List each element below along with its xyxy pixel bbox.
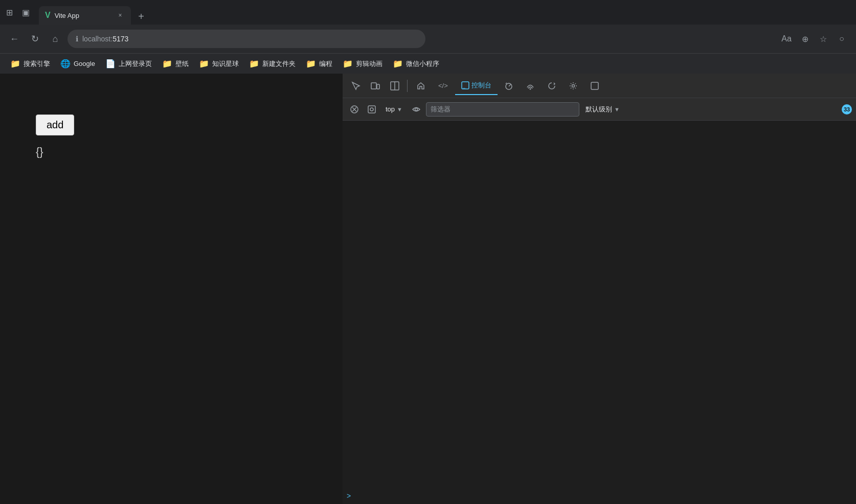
tab-performance[interactable]: [499, 77, 519, 95]
console-prompt[interactable]: >: [347, 492, 351, 500]
new-tab-button[interactable]: +: [133, 8, 149, 25]
main-area: add {}: [0, 74, 856, 504]
refresh-button[interactable]: ↻: [27, 31, 43, 47]
active-tab[interactable]: V Vite App ×: [39, 6, 131, 25]
info-icon: ℹ: [76, 35, 78, 43]
top-context-dropdown[interactable]: top ▼: [381, 103, 407, 115]
device-toggle-icon[interactable]: [366, 77, 385, 95]
bookmark-label-search: 搜索引擎: [24, 59, 50, 68]
bookmark-edit-video[interactable]: 📁 剪辑动画: [339, 57, 387, 71]
prompt-chevron-icon: >: [347, 492, 351, 500]
filter-input[interactable]: [426, 102, 579, 117]
bookmark-label-video: 剪辑动画: [356, 59, 382, 68]
folder-icon-video: 📁: [343, 59, 353, 68]
folder-icon-wechat: 📁: [393, 59, 403, 68]
tab-home[interactable]: [411, 77, 431, 95]
navigation-bar: ← ↻ ⌂ ℹ localhost:5173 Aa ⊕ ☆ ○: [0, 25, 856, 53]
url-port: 5173: [112, 35, 128, 43]
bookmark-label-coding: 编程: [319, 59, 332, 68]
vite-icon: V: [45, 11, 51, 20]
tab-label: Vite App: [55, 12, 79, 19]
address-bar[interactable]: ℹ localhost:5173: [67, 30, 425, 48]
bookmark-coding[interactable]: 📁 编程: [302, 57, 336, 71]
svg-point-10: [572, 84, 574, 87]
bookmark-label-login: 上网登录页: [119, 59, 152, 68]
level-dropdown-arrow-icon: ▼: [614, 106, 620, 112]
dropdown-arrow-icon: ▼: [397, 106, 402, 112]
badge-label: 33: [844, 106, 850, 112]
inspect-element-icon[interactable]: [347, 77, 365, 95]
message-count-badge: 33: [842, 104, 852, 114]
bookmark-label-google: Google: [74, 60, 95, 67]
bookmarks-bar: 📁 搜索引擎 🌐 Google 📄 上网登录页 📁 壁纸 📁 知识星球 📁 新建…: [0, 53, 856, 74]
tab-settings[interactable]: [563, 77, 583, 95]
tab-sources[interactable]: [542, 77, 562, 95]
bookmark-login[interactable]: 📄 上网登录页: [101, 57, 156, 71]
bookmark-zhishi[interactable]: 📁 知识星球: [195, 57, 243, 71]
svg-rect-11: [591, 82, 598, 89]
url-prefix: localhost:: [82, 35, 112, 43]
zoom-icon[interactable]: ⊕: [797, 31, 813, 47]
home-button[interactable]: ⌂: [47, 31, 63, 47]
svg-rect-1: [377, 84, 379, 89]
tab-close-button[interactable]: ×: [116, 11, 125, 20]
tab-console-label: 控制台: [471, 81, 491, 90]
svg-rect-0: [371, 83, 376, 89]
page-icon-google: 🌐: [60, 59, 71, 68]
viewport-panel: add {}: [0, 74, 343, 504]
bookmark-label-wechat: 微信小程序: [406, 59, 439, 68]
badge-icon: 33: [842, 104, 852, 114]
filter-toggle-button[interactable]: [364, 102, 379, 117]
sidebar-icon[interactable]: ▣: [20, 7, 31, 17]
star-icon[interactable]: ☆: [815, 31, 831, 47]
page-icon-login: 📄: [105, 59, 116, 68]
folder-icon-wallpaper: 📁: [162, 59, 172, 68]
folder-icon-search: 📁: [10, 59, 20, 68]
svg-point-16: [370, 108, 373, 111]
log-level-dropdown[interactable]: 默认级别 ▼: [581, 103, 624, 116]
bookmark-label-new: 新建文件夹: [262, 59, 296, 68]
top-label: top: [386, 105, 395, 113]
bookmark-new-folder[interactable]: 📁 新建文件夹: [245, 57, 300, 71]
grid-icon[interactable]: ⊞: [4, 7, 14, 17]
tab-elements[interactable]: </>: [432, 77, 454, 95]
svg-rect-15: [368, 106, 375, 113]
svg-text:_: _: [462, 83, 466, 88]
svg-line-8: [506, 83, 507, 84]
svg-point-9: [529, 88, 531, 89]
bookmark-wechat[interactable]: 📁 微信小程序: [389, 57, 443, 71]
toolbar-separator-1: [407, 80, 408, 92]
folder-icon-zhishi: 📁: [199, 59, 209, 68]
back-button[interactable]: ←: [6, 31, 22, 47]
devtools-toolbar: </> _ 控制台: [343, 74, 856, 98]
tab-network[interactable]: [520, 77, 540, 95]
font-icon[interactable]: Aa: [778, 31, 795, 47]
bookmark-search[interactable]: 📁 搜索引擎: [6, 57, 54, 71]
nav-right-icons: Aa ⊕ ☆ ○: [778, 31, 850, 47]
profile-icon[interactable]: ○: [834, 31, 850, 47]
tabs-bar: V Vite App × +: [39, 0, 149, 25]
svg-point-17: [415, 108, 417, 110]
folder-icon-coding: 📁: [306, 59, 316, 68]
bookmark-google[interactable]: 🌐 Google: [56, 57, 99, 71]
address-url: localhost:5173: [82, 35, 128, 43]
add-button[interactable]: add: [36, 114, 74, 135]
svg-line-7: [509, 84, 511, 86]
console-content: >: [343, 121, 856, 504]
console-toolbar: top ▼ 默认级别 ▼ 33: [343, 98, 856, 121]
clear-console-button[interactable]: [347, 102, 362, 117]
panel-layout-icon[interactable]: [386, 77, 404, 95]
folder-icon-new: 📁: [249, 59, 259, 68]
bookmark-label-wallpaper: 壁纸: [175, 59, 189, 68]
title-bar-icons: ⊞ ▣: [4, 7, 31, 17]
bookmark-wallpaper[interactable]: 📁 壁纸: [158, 57, 193, 71]
tab-more[interactable]: [584, 77, 605, 95]
level-label: 默认级别: [585, 105, 612, 114]
braces-display: {}: [36, 145, 43, 158]
title-bar: ⊞ ▣ V Vite App × +: [0, 0, 856, 25]
eye-icon[interactable]: [409, 102, 424, 117]
devtools-panel: </> _ 控制台: [343, 74, 856, 504]
tab-console[interactable]: _ 控制台: [455, 77, 498, 95]
bookmark-label-zhishi: 知识星球: [212, 59, 239, 68]
